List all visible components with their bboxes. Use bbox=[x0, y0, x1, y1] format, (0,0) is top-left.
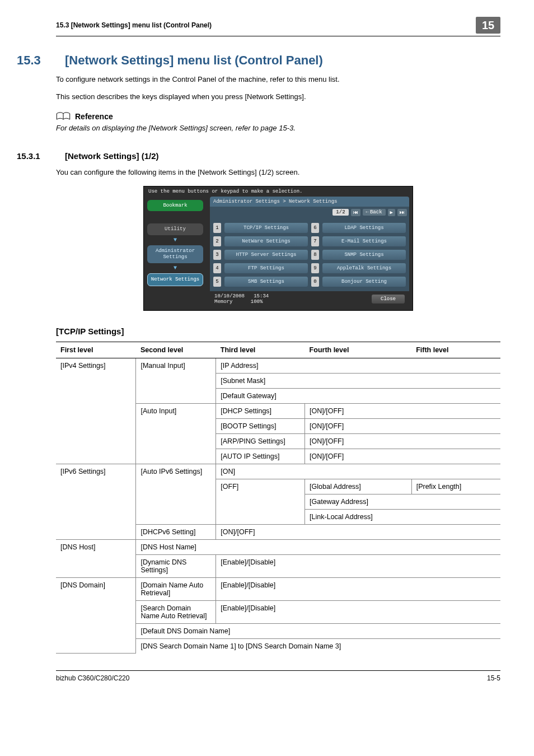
cell: [ON]/[OFF] bbox=[216, 524, 500, 539]
cell: [Search Domain Name Auto Retrieval] bbox=[136, 600, 216, 623]
menu-item-ldap[interactable]: LDAP Settings bbox=[322, 223, 406, 233]
menu-num: 7 bbox=[311, 236, 319, 246]
breadcrumb: Administrator Settings > Network Setting… bbox=[210, 197, 409, 207]
panel-footer: 10/10/2008 15:34 Memory 100% Close bbox=[210, 291, 409, 307]
col-fourth: Fourth level bbox=[305, 342, 412, 358]
cell: [OFF] bbox=[216, 479, 305, 524]
menu-num: 2 bbox=[213, 236, 221, 246]
subsection-heading: 15.3.1 [Network Settings] (1/2) bbox=[56, 151, 500, 161]
cell: [ON]/[OFF] bbox=[305, 449, 500, 464]
footer-page: 15-5 bbox=[487, 674, 500, 682]
cell: [ON]/[OFF] bbox=[305, 403, 500, 418]
cell: [DNS Search Domain Name 1] to [DNS Searc… bbox=[136, 638, 500, 654]
cell: [DHCPv6 Setting] bbox=[136, 524, 216, 539]
col-third: Third level bbox=[216, 342, 305, 358]
panel-menu-grid: 1 TCP/IP Settings 6 LDAP Settings 2 NetW… bbox=[210, 218, 409, 291]
cell: [DNS Host] bbox=[56, 539, 136, 577]
chapter-badge: 15 bbox=[476, 17, 500, 34]
menu-num: 9 bbox=[311, 263, 319, 273]
page-first-icon[interactable]: ⏮ bbox=[351, 209, 360, 216]
cell: [Prefix Length] bbox=[411, 479, 500, 494]
menu-num: 8 bbox=[311, 250, 319, 260]
settings-table: First level Second level Third level Fou… bbox=[56, 342, 500, 654]
subsection-number: 15.3.1 bbox=[17, 151, 50, 161]
down-arrow-icon: ▼ bbox=[147, 239, 203, 242]
menu-item-smb[interactable]: SMB Settings bbox=[224, 277, 308, 287]
cell: [AUTO IP Settings] bbox=[216, 449, 305, 464]
panel-pagebar: 1/2 ⏮ ← Back ▶ ⏭ bbox=[210, 207, 409, 218]
utility-button[interactable]: Utility bbox=[147, 223, 203, 235]
panel-instruction: Use the menu buttons or keypad to make a… bbox=[144, 186, 413, 197]
cell: [Manual Input] bbox=[136, 358, 216, 403]
cell: [ON]/[OFF] bbox=[305, 433, 500, 449]
menu-item-http[interactable]: HTTP Server Settings bbox=[224, 250, 308, 260]
tcpip-heading: [TCP/IP Settings] bbox=[56, 326, 500, 336]
reference-text: For details on displaying the [Network S… bbox=[56, 124, 500, 132]
back-label: Back bbox=[370, 209, 382, 215]
cell: [DNS Domain] bbox=[56, 577, 136, 654]
page-next-icon[interactable]: ▶ bbox=[388, 209, 395, 216]
down-arrow-icon: ▼ bbox=[147, 267, 203, 270]
network-settings-button[interactable]: Network Settings bbox=[147, 273, 203, 286]
cell: [Gateway Address] bbox=[305, 494, 500, 509]
cell: [DHCP Settings] bbox=[216, 403, 305, 418]
subsection-paragraph: You can configure the following items in… bbox=[56, 167, 500, 178]
footer-model: bizhub C360/C280/C220 bbox=[56, 674, 129, 682]
cell: [ON]/[OFF] bbox=[305, 418, 500, 433]
cell: [IP Address] bbox=[216, 358, 500, 373]
section-paragraph-2: This section describes the keys displaye… bbox=[56, 92, 500, 102]
section-paragraph-1: To configure network settings in the Con… bbox=[56, 74, 500, 85]
page-footer: bizhub C360/C280/C220 15-5 bbox=[56, 670, 500, 682]
admin-settings-button[interactable]: Administrator Settings bbox=[147, 245, 203, 263]
menu-num: 3 bbox=[213, 250, 221, 260]
menu-item-tcpip[interactable]: TCP/IP Settings bbox=[224, 223, 308, 233]
panel-sidebar: Bookmark Utility ▼ Administrator Setting… bbox=[144, 197, 207, 310]
cell: [BOOTP Settings] bbox=[216, 418, 305, 433]
menu-item-netware[interactable]: NetWare Settings bbox=[224, 236, 308, 246]
panel-screenshot: Use the menu buttons or keypad to make a… bbox=[143, 186, 413, 311]
cell: [Default DNS Domain Name] bbox=[136, 623, 500, 638]
cell: [IPv6 Settings] bbox=[56, 464, 136, 539]
cell: [DNS Host Name] bbox=[136, 539, 500, 554]
cell: [ARP/PING Settings] bbox=[216, 433, 305, 449]
cell: [Enable]/[Disable] bbox=[216, 554, 500, 577]
page-last-icon[interactable]: ⏭ bbox=[397, 209, 407, 216]
running-head: 15.3 [Network Settings] menu list (Contr… bbox=[56, 17, 500, 36]
cell: [IPv4 Settings] bbox=[56, 358, 136, 464]
col-second: Second level bbox=[136, 342, 216, 358]
menu-num: 1 bbox=[213, 223, 221, 233]
cell: [Domain Name Auto Retrieval] bbox=[136, 577, 216, 600]
menu-item-appletalk[interactable]: AppleTalk Settings bbox=[322, 263, 406, 273]
close-button[interactable]: Close bbox=[372, 295, 405, 304]
menu-item-snmp[interactable]: SNMP Settings bbox=[322, 250, 406, 260]
cell: [Enable]/[Disable] bbox=[216, 600, 500, 623]
cell: [Auto Input] bbox=[136, 403, 216, 464]
menu-num: 4 bbox=[213, 263, 221, 273]
page-indicator: 1/2 bbox=[332, 209, 348, 216]
menu-item-ftp[interactable]: FTP Settings bbox=[224, 263, 308, 273]
col-fifth: Fifth level bbox=[411, 342, 500, 358]
cell: [Auto IPv6 Settings] bbox=[136, 464, 216, 524]
menu-num: 0 bbox=[311, 277, 319, 287]
menu-item-bonjour[interactable]: Bonjour Setting bbox=[322, 277, 406, 287]
cell: [Enable]/[Disable] bbox=[216, 577, 500, 600]
section-number: 15.3 bbox=[17, 53, 50, 68]
cell: [Dynamic DNS Settings] bbox=[136, 554, 216, 577]
cell: [Default Gateway] bbox=[216, 388, 500, 403]
reference-row: Reference bbox=[56, 111, 500, 122]
cell: [ON] bbox=[216, 464, 500, 479]
reference-label: Reference bbox=[75, 112, 113, 121]
panel-datetime: 10/10/2008 15:34 Memory 100% bbox=[214, 293, 269, 305]
menu-item-email[interactable]: E-Mail Settings bbox=[322, 236, 406, 246]
col-first: First level bbox=[56, 342, 136, 358]
open-book-icon bbox=[56, 111, 71, 122]
back-button[interactable]: ← Back bbox=[363, 209, 386, 216]
cell: [Subnet Mask] bbox=[216, 373, 500, 388]
menu-num: 5 bbox=[213, 277, 221, 287]
menu-num: 6 bbox=[311, 223, 319, 233]
subsection-title: [Network Settings] (1/2) bbox=[65, 151, 159, 161]
cell: [Link-Local Address] bbox=[305, 509, 500, 524]
running-head-text: 15.3 [Network Settings] menu list (Contr… bbox=[56, 21, 212, 29]
bookmark-button[interactable]: Bookmark bbox=[147, 200, 203, 212]
section-heading: 15.3 [Network Settings] menu list (Contr… bbox=[56, 53, 500, 68]
